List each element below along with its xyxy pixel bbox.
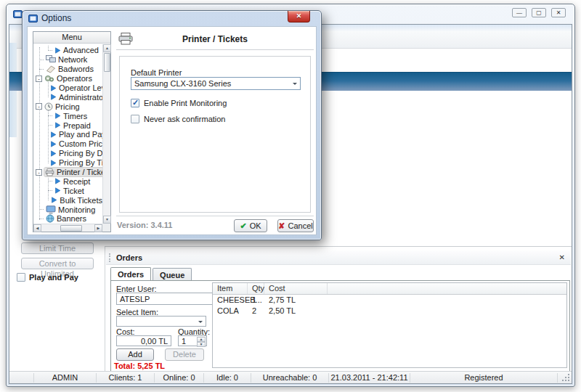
orders-panel-title: Orders (116, 253, 142, 262)
default-printer-value: Samsung CLX-3160 Series (134, 79, 231, 88)
tree-item-label: Custom Pricin (59, 139, 102, 148)
spin-down-icon[interactable]: ▼ (197, 342, 206, 347)
tree-item-network[interactable]: Network (33, 55, 102, 65)
collapse-icon[interactable]: - (36, 103, 42, 110)
ok-button[interactable]: ✔ OK (234, 219, 267, 232)
enable-print-monitoring-label: Enable Print Monitoring (144, 99, 227, 107)
enable-print-monitoring-checkbox[interactable] (131, 99, 139, 107)
tree-item-operators[interactable]: - Operators (33, 74, 102, 83)
arrow-icon (54, 122, 61, 128)
never-ask-confirmation-label: Never ask confirmation (144, 115, 226, 123)
cell-qty: 2 (248, 306, 264, 317)
resize-grip[interactable] (558, 373, 572, 383)
x-icon: ✘ (278, 221, 285, 231)
menu-header[interactable]: Menu (33, 32, 110, 44)
scrollbar-thumb[interactable] (60, 225, 82, 232)
tree-item-custom-pricing[interactable]: Custom Pricin (33, 139, 102, 149)
monitoring-icon (46, 205, 56, 214)
printer-settings-group: Default Printer Samsung CLX-3160 Series … (119, 56, 311, 213)
arrow-icon (50, 160, 57, 166)
tree-vertical-scrollbar[interactable]: ▲ ▼ (102, 44, 110, 224)
tree-item-pricing[interactable]: - Pricing (33, 102, 102, 111)
tree-item-pricing-by-time[interactable]: Pricing By Tin (33, 158, 102, 168)
tree-item-receipt[interactable]: Receipt (33, 176, 102, 186)
collapse-icon[interactable]: - (36, 169, 42, 176)
scroll-right-icon[interactable]: ▶ (94, 224, 102, 232)
convert-to-unlimited-button[interactable]: Convert to Unlimited (21, 258, 94, 269)
arrow-icon (50, 94, 57, 100)
arrow-icon (50, 150, 57, 157)
tab-queue[interactable]: Queue (153, 268, 192, 281)
tree-item-label: Play and Pay (59, 130, 102, 139)
options-dialog-titlebar[interactable]: Options (23, 11, 321, 25)
spin-up-icon[interactable]: ▲ (197, 337, 206, 342)
tree-item-monitoring[interactable]: Monitoring (33, 205, 102, 214)
add-button[interactable]: Add (116, 348, 154, 361)
delete-button[interactable]: Delete (165, 348, 204, 361)
table-row[interactable]: COLA 2 2,50 TL (213, 306, 566, 317)
default-printer-combobox[interactable]: Samsung CLX-3160 Series (131, 77, 301, 90)
tree-item-badwords[interactable]: Badwords (33, 65, 102, 74)
tree-item-label: Banners (57, 214, 86, 223)
select-item-combobox[interactable] (116, 316, 206, 327)
tree-item-label: Operator Lev (59, 83, 102, 92)
scroll-up-icon[interactable]: ▲ (103, 44, 111, 52)
collapse-icon[interactable]: - (36, 75, 42, 82)
scroll-down-icon[interactable]: ▼ (103, 216, 111, 224)
column-header-qty[interactable]: Qty (248, 283, 264, 294)
scrollbar-track[interactable] (82, 224, 94, 232)
tree-item-banners[interactable]: Banners (33, 214, 102, 224)
arrow-icon (50, 131, 57, 138)
tree-item-play-and-pay[interactable]: Play and Pay (33, 130, 102, 139)
quantity-stepper[interactable]: 1 ▲ ▼ (178, 335, 207, 346)
chevron-down-icon (293, 83, 297, 87)
cell-cost: 2,75 TL (264, 295, 328, 306)
tree-item-timers[interactable]: Timers (33, 111, 102, 121)
tree-item-label: Timers (63, 112, 87, 121)
tree-item-label: Bulk Tickets (60, 196, 102, 205)
scroll-left-icon[interactable]: ◀ (33, 224, 41, 232)
tree-item-ticket[interactable]: Ticket (33, 186, 102, 195)
column-header-cost[interactable]: Cost (264, 283, 328, 294)
never-ask-confirmation-checkbox[interactable] (131, 115, 139, 123)
tree-item-bulk-tickets[interactable]: Bulk Tickets (33, 195, 102, 205)
tree-connector (48, 190, 52, 191)
tree-item-advanced[interactable]: Advanced (33, 46, 102, 55)
desktop: HandyCafe Server — ▢ ✕ Limit Time Conver… (0, 0, 581, 392)
pricing-icon (44, 102, 53, 111)
footer-divider (116, 216, 314, 216)
orders-close-icon[interactable]: ✕ (559, 254, 565, 261)
check-icon: ✔ (240, 221, 246, 231)
cost-field[interactable]: 0,00 TL (116, 335, 171, 346)
limit-time-button[interactable]: Limit Time (21, 242, 94, 254)
close-button[interactable]: ✕ (551, 8, 566, 17)
tree-item-printer-tickets[interactable]: - Printer / Tickets (33, 168, 102, 177)
play-and-pay-checkbox[interactable] (17, 273, 25, 282)
tree-item-prepaid[interactable]: Prepaid (33, 121, 102, 130)
dialog-close-button[interactable]: ✕ (288, 11, 310, 23)
table-row[interactable]: CHEESEB... 1 2,75 TL (213, 295, 566, 306)
cancel-button[interactable]: ✘ Cancel (277, 219, 314, 232)
scrollbar-thumb[interactable] (104, 53, 110, 72)
maximize-button[interactable]: ▢ (532, 8, 546, 17)
panel-drag-handle[interactable] (109, 253, 110, 262)
options-tree: Advanced Network Badwords - (33, 44, 102, 224)
arrow-icon (51, 197, 57, 203)
status-bar: ADMIN Clients: 1 Online: 0 Idle: 0 Unrea… (9, 371, 572, 383)
minimize-button[interactable]: — (512, 8, 527, 17)
tree-horizontal-scrollbar[interactable]: ◀ ▶ (33, 224, 102, 232)
tree-connector (39, 69, 44, 70)
column-header-item[interactable]: Item (213, 283, 248, 294)
version-label: Version: 3.4.11 (117, 221, 172, 229)
tree-item-pricing-by-date[interactable]: Pricing By Da (33, 149, 102, 158)
tree-item-label: Badwords (58, 65, 94, 73)
arrow-icon (54, 113, 61, 119)
options-dialog-client: Menu Advanced Network (27, 26, 317, 235)
tree-connector (39, 209, 44, 210)
column-header-filler (328, 283, 566, 294)
total-label: Total: 5,25 TL (114, 362, 165, 370)
tree-item-administrator[interactable]: Administrator (33, 92, 102, 102)
tree-item-operator-levels[interactable]: Operator Lev (33, 83, 102, 93)
tab-orders[interactable]: Orders (110, 267, 151, 282)
tree-connector (48, 200, 49, 200)
